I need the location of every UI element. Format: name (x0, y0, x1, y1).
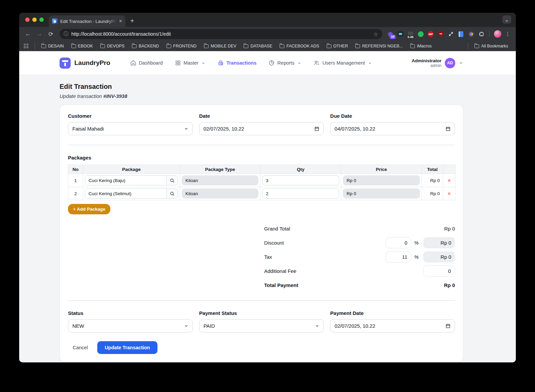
bookmark-folder-other[interactable]: OTHER (324, 43, 351, 49)
bookmark-label: BACKEND (139, 44, 159, 48)
bookmark-folder-frontend[interactable]: FRONTEND (164, 43, 200, 49)
payment-date-input[interactable]: 02/07/2025, 10.22 (330, 319, 455, 332)
bookmark-folder-mobile-dev[interactable]: MOBILE DEV (201, 43, 239, 49)
bookmark-label: OTHER (333, 44, 348, 48)
additional-fee-row: Additional Fee (264, 265, 455, 277)
bookmark-label: DESAIN (48, 44, 64, 48)
bookmark-folder-devops[interactable]: DEVOPS (97, 43, 128, 49)
status-select[interactable]: NEW (68, 319, 193, 332)
extension-shield-icon[interactable] (437, 30, 445, 38)
profile-avatar-image (494, 30, 501, 38)
grid-icon (175, 60, 181, 66)
section-divider (68, 145, 455, 145)
chevron-down-icon[interactable] (459, 61, 463, 65)
back-button[interactable]: ← (23, 29, 33, 39)
forward-button[interactable]: → (35, 29, 44, 39)
extension-camera-icon[interactable] (467, 30, 475, 38)
browser-menu-button[interactable]: ⋮ (504, 30, 512, 38)
package-name-field[interactable] (85, 175, 178, 185)
extension-dark-teal-icon[interactable] (396, 30, 404, 38)
bookmark-folder-imacros[interactable]: iMacros (407, 43, 435, 49)
package-type-input (182, 188, 258, 199)
tax-amount: Rp 0 (423, 251, 455, 262)
qty-input[interactable] (262, 188, 339, 199)
abp-icon: ABP (428, 31, 434, 37)
all-bookmarks-button[interactable]: All Bookmarks (471, 43, 511, 49)
avatar[interactable]: AD (445, 58, 455, 68)
nav-reports[interactable]: Reports (264, 57, 306, 69)
remove-row-button[interactable]: × (448, 178, 451, 183)
user-menu[interactable]: Administrator admin AD (412, 58, 463, 68)
profile-avatar[interactable] (494, 30, 502, 38)
additional-fee-input[interactable] (423, 265, 455, 277)
folder-icon (100, 44, 105, 48)
bookmark-star-icon[interactable]: ☆ (373, 31, 378, 37)
due-date-input[interactable]: 04/07/2025, 10.22 (330, 122, 455, 135)
bookmark-folder-database[interactable]: DATABASE (241, 43, 275, 49)
minimize-window-button[interactable] (32, 17, 37, 22)
extension-blue-file-icon[interactable] (457, 30, 465, 38)
laundrypro-logo-icon[interactable] (60, 58, 71, 69)
folder-icon (355, 44, 360, 48)
bookmark-label: REFERENSI NGEB... (362, 44, 403, 48)
col-no: No (68, 165, 83, 174)
package-search-button[interactable] (166, 176, 178, 185)
apps-grid-icon[interactable] (24, 44, 29, 48)
address-bar[interactable]: ⓘ http://localhost:8000/account/transact… (60, 29, 382, 39)
bookmark-folder-desain[interactable]: DESAIN (38, 43, 67, 49)
discount-percent-input[interactable] (386, 237, 411, 248)
browser-tab[interactable]: Edit Transaction - LaundryPro × (49, 15, 126, 27)
extensions-menu-button[interactable] (477, 30, 485, 38)
brand-name[interactable]: LaundryPro (74, 59, 110, 67)
calendar-icon[interactable] (445, 126, 451, 131)
customer-value: Faisal Mahadi (72, 126, 184, 132)
bookmark-folder-backend[interactable]: BACKEND (129, 43, 162, 49)
customer-select[interactable]: Faisal Mahadi (68, 122, 193, 135)
extension-purple-icon[interactable]: 10 (386, 30, 394, 38)
tab-strip: Edit Transaction - LaundryPro × + ⌄ (19, 13, 516, 27)
nav-master[interactable]: Master (171, 57, 210, 69)
remove-row-button[interactable]: × (448, 191, 451, 197)
folder-icon (474, 44, 479, 48)
close-window-button[interactable] (25, 17, 30, 22)
extension-rate-icon[interactable]: 0.45 (406, 30, 415, 38)
chevron-down-icon (297, 61, 301, 65)
add-package-button[interactable]: + Add Package (68, 204, 110, 214)
tax-percent-input[interactable] (386, 251, 411, 262)
package-name-field[interactable] (85, 188, 178, 199)
maximize-window-button[interactable] (39, 17, 44, 22)
tab-search-chevron-icon[interactable]: ⌄ (502, 15, 511, 24)
calendar-icon[interactable] (445, 323, 451, 328)
macos-window-controls[interactable] (25, 17, 44, 22)
package-name-input[interactable] (85, 189, 166, 198)
tab-close-icon[interactable]: × (119, 19, 122, 24)
date-input[interactable]: 02/07/2025, 10.22 (199, 122, 324, 135)
totals-summary: Grand Total Rp 0 Discount % Rp 0 Tax % R… (264, 223, 455, 291)
nav-dashboard[interactable]: Dashboard (126, 57, 167, 69)
package-type-input (182, 175, 258, 185)
blue-file-icon (459, 31, 463, 37)
site-info-icon[interactable]: ⓘ (64, 31, 68, 37)
calendar-icon[interactable] (314, 126, 319, 131)
bookmark-folder-ebook[interactable]: EBOOK (68, 43, 96, 49)
update-transaction-button[interactable]: Update Transaction (97, 341, 157, 354)
table-row: 1 (68, 174, 456, 187)
package-name-input[interactable] (85, 176, 166, 185)
percent-sign: % (415, 240, 419, 246)
main-nav: Dashboard Master Transactions Reports (126, 57, 377, 69)
nav-users-management[interactable]: Users Management (309, 57, 377, 69)
cancel-button[interactable]: Cancel (68, 342, 93, 353)
shield-icon (438, 31, 443, 37)
reload-button[interactable]: ⟳ (46, 29, 56, 39)
qty-input[interactable] (262, 175, 339, 185)
extension-green-dot-icon[interactable] (417, 30, 425, 38)
extension-adblock-icon[interactable]: ABP (427, 30, 435, 38)
extension-fullscreen-icon[interactable]: ⤢ (447, 30, 455, 38)
nav-transactions[interactable]: Transactions (213, 57, 261, 69)
new-tab-button[interactable]: + (130, 17, 134, 25)
bookmark-folder-facebook-ads[interactable]: FACEBOOK ADS (277, 43, 322, 49)
url-text[interactable]: http://localhost:8000/account/transactio… (71, 31, 370, 37)
payment-status-select[interactable]: PAID (199, 319, 324, 332)
bookmark-folder-referensi[interactable]: REFERENSI NGEB... (352, 43, 406, 49)
package-search-button[interactable] (166, 189, 178, 198)
